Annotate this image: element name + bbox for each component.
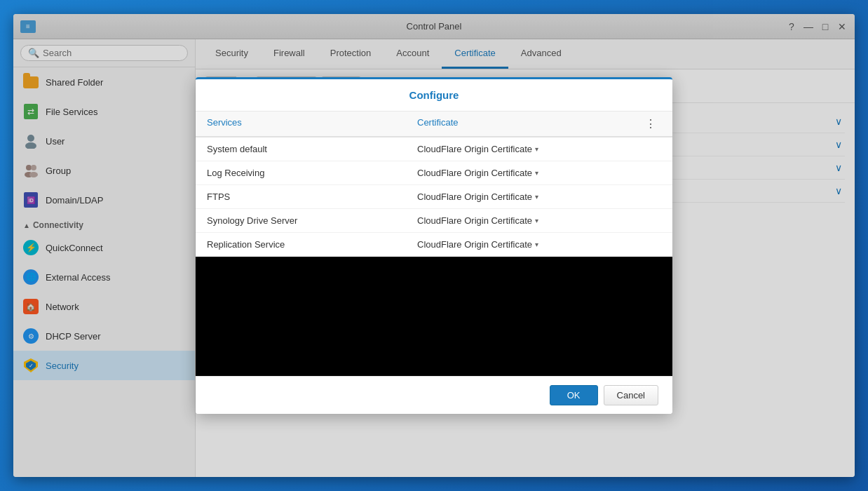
modal-overlay: Configure Services Certificate ⋮ System … — [0, 0, 868, 491]
cert-cell-4: CloudFlare Origin Certificate ▾ — [417, 239, 661, 250]
service-cell-0: System default — [207, 144, 417, 154]
modal-footer: OK Cancel — [196, 376, 672, 414]
cert-cell-2: CloudFlare Origin Certificate ▾ — [417, 191, 661, 202]
service-cell-2: FTPS — [207, 191, 417, 202]
col-actions-header: ⋮ — [640, 117, 661, 130]
column-actions-icon[interactable]: ⋮ — [645, 117, 656, 130]
col-services-header: Services — [207, 117, 417, 130]
cert-cell-1: CloudFlare Origin Certificate ▾ — [417, 168, 661, 178]
cert-dropdown-0[interactable]: ▾ — [535, 145, 538, 153]
modal-row-1: Log Receiving CloudFlare Origin Certific… — [196, 161, 672, 185]
cert-dropdown-3[interactable]: ▾ — [535, 217, 538, 224]
modal-title: Configure — [409, 89, 459, 101]
service-cell-3: Synology Drive Server — [207, 215, 417, 226]
cert-cell-3: CloudFlare Origin Certificate ▾ — [417, 215, 661, 226]
modal-black-area — [196, 257, 672, 376]
service-cell-4: Replication Service — [207, 239, 417, 250]
modal-row-4: Replication Service CloudFlare Origin Ce… — [196, 233, 672, 257]
cancel-button[interactable]: Cancel — [604, 385, 658, 405]
modal-row-0: System default CloudFlare Origin Certifi… — [196, 137, 672, 161]
cert-dropdown-1[interactable]: ▾ — [535, 169, 538, 177]
service-cell-1: Log Receiving — [207, 168, 417, 178]
cert-dropdown-2[interactable]: ▾ — [535, 193, 538, 201]
modal-row-3: Synology Drive Server CloudFlare Origin … — [196, 209, 672, 233]
modal-header: Configure — [196, 79, 672, 112]
cert-cell-0: CloudFlare Origin Certificate ▾ — [417, 144, 661, 154]
modal-row-2: FTPS CloudFlare Origin Certificate ▾ — [196, 185, 672, 209]
ok-button[interactable]: OK — [550, 385, 598, 405]
modal-body: Services Certificate ⋮ System default Cl… — [196, 112, 672, 376]
cert-dropdown-4[interactable]: ▾ — [535, 241, 538, 248]
modal-table-header: Services Certificate ⋮ — [196, 112, 672, 137]
modal-table-body: System default CloudFlare Origin Certifi… — [196, 137, 672, 257]
col-cert-header: Certificate — [417, 117, 640, 130]
configure-modal: Configure Services Certificate ⋮ System … — [196, 77, 672, 414]
